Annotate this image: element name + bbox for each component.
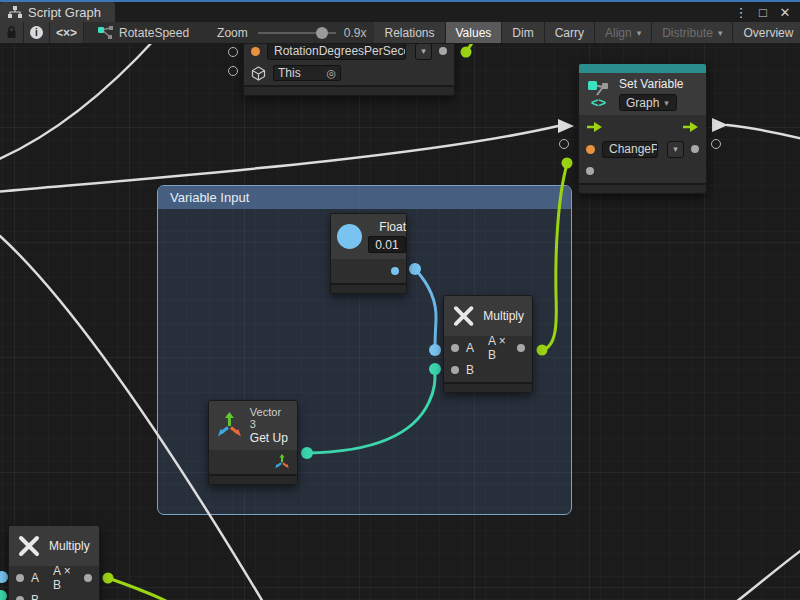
set-variable-output-port[interactable] (691, 145, 699, 153)
get-up-type-label: Vector 3 (250, 406, 290, 430)
set-variable-value-port[interactable] (586, 145, 595, 154)
multiply-inner-port-a[interactable] (451, 344, 459, 352)
graph-breadcrumb[interactable]: RotateSpeed (84, 22, 195, 43)
variable-name-dropdown[interactable]: RotationDegreesPerSecond (267, 43, 406, 60)
graph-name: RotateSpeed (119, 26, 189, 40)
multiply-outer-port-a[interactable] (16, 574, 24, 582)
variable-kind-dropdown[interactable]: Graph ▾ (619, 94, 677, 111)
multiply-inner-label-result: A × B (488, 334, 510, 362)
multiply-inner-footer (444, 382, 532, 392)
multiply-inner-port-result[interactable] (517, 344, 525, 352)
multiply-inner-row-b: B (451, 361, 525, 379)
node-float[interactable]: Float 0.01 (330, 213, 407, 294)
set-variable-input-row (586, 162, 699, 180)
wire-green-end-endpoint[interactable] (562, 158, 573, 169)
node-set-variable[interactable]: <> Set Variable Graph ▾ ChangePos ▾ (578, 63, 707, 194)
node-multiply-outer[interactable]: Multiply A A × B B (8, 525, 100, 600)
set-variable-input-port[interactable] (586, 167, 594, 175)
tab-script-graph[interactable]: Script Graph (0, 2, 115, 22)
wire-blue-edge-endpoint[interactable] (0, 571, 8, 583)
node-multiply-inner[interactable]: Multiply A A × B B (443, 295, 533, 393)
wire-green-top-endpoint[interactable] (461, 47, 472, 58)
multiply-outer-title: Multiply (49, 539, 90, 553)
svg-text:<>: <> (591, 95, 607, 109)
wire-arrowhead-out (712, 118, 728, 132)
wire-exec-into-set-variable[interactable] (0, 126, 558, 192)
set-variable-right-ring[interactable] (711, 139, 721, 149)
variable-output-port[interactable] (439, 47, 447, 55)
wire-exec-bottomright[interactable] (736, 549, 800, 600)
graph-toolbar: i <×> RotateSpeed Zoom 0.9x Relations Va… (0, 22, 800, 44)
multiply-inner-port-b[interactable] (451, 366, 459, 374)
wire-getup-to-multiply-b[interactable] (307, 369, 435, 453)
toolbar-button-values[interactable]: Values (446, 22, 503, 43)
set-variable-caret-icon[interactable]: ▾ (667, 141, 684, 158)
set-variable-header[interactable]: <> Set Variable Graph ▾ (579, 73, 706, 115)
multiply-outer-label-result: A × B (53, 564, 77, 592)
lock-icon (6, 26, 17, 39)
kind-caret-icon: ▾ (664, 98, 669, 108)
wire-green-start-endpoint[interactable] (537, 345, 548, 356)
toolbar-button-dim[interactable]: Dim (502, 22, 544, 43)
wire-teal-start-endpoint[interactable] (301, 447, 313, 459)
float-output-port[interactable] (391, 267, 399, 275)
wire-teal-end-endpoint[interactable] (429, 363, 441, 375)
inspect-button[interactable]: i (24, 22, 50, 43)
multiply-outer-port-b[interactable] (16, 596, 24, 600)
dropdown-caret-icon[interactable]: ▾ (415, 43, 432, 60)
get-up-header[interactable]: Vector 3 Get Up (209, 401, 297, 450)
tab-title: Script Graph (28, 5, 101, 20)
multiply-icon (452, 304, 475, 328)
wire-blue-start-endpoint[interactable] (409, 263, 421, 275)
vector3-output-port-icon[interactable] (274, 454, 290, 470)
multiply-inner-label-a: A (466, 341, 474, 355)
set-variable-footer (579, 183, 706, 193)
set-variable-accent-strip (579, 64, 706, 73)
multiply-outer-row-b: B (16, 591, 92, 600)
wire-teal-edge-endpoint[interactable] (0, 590, 7, 600)
zoom-slider[interactable] (252, 22, 342, 43)
object-picker-icon[interactable]: ◎ (326, 67, 336, 80)
maximize-icon[interactable]: □ (754, 3, 772, 21)
wire-exec-out-of-set-variable[interactable] (727, 125, 800, 139)
wire-green-bottom[interactable] (108, 578, 168, 600)
float-type-icon (337, 224, 362, 249)
close-icon[interactable]: ✕ (776, 3, 794, 21)
float-header[interactable]: Float 0.01 (331, 214, 406, 259)
set-variable-name-row: ChangePos ▾ (586, 140, 699, 158)
code-view-button[interactable]: <×> (50, 22, 84, 43)
exec-output-arrow-icon[interactable] (682, 121, 699, 133)
toolbar-button-overview[interactable]: Overview (733, 22, 800, 43)
code-icon: <×> (56, 26, 77, 40)
node-get-up[interactable]: Vector 3 Get Up (208, 400, 298, 485)
get-variable-input-ring-1[interactable] (228, 47, 238, 57)
float-value-field[interactable]: 0.01 (368, 236, 406, 253)
get-variable-input-ring-2[interactable] (228, 66, 238, 76)
set-variable-left-ring[interactable] (559, 139, 569, 149)
distribute-caret-icon: ▾ (718, 28, 723, 38)
toolbar-button-distribute[interactable]: Distribute▾ (652, 22, 733, 43)
toolbar-button-align[interactable]: Align▾ (595, 22, 652, 43)
set-variable-exec-row (586, 118, 699, 136)
multiply-inner-header[interactable]: Multiply (444, 296, 532, 336)
set-variable-name-dropdown[interactable]: ChangePos (602, 141, 658, 158)
zoom-slider-track[interactable] (258, 32, 336, 34)
variable-value-port[interactable] (251, 47, 260, 56)
wire-green-bottom-endpoint[interactable] (103, 573, 114, 584)
multiply-outer-header[interactable]: Multiply (9, 526, 99, 566)
target-object-field[interactable]: This ◎ (273, 65, 341, 81)
wire-exec-topleft[interactable] (0, 38, 156, 160)
wire-multiply-to-set-variable[interactable] (542, 164, 567, 350)
zoom-slider-handle[interactable] (316, 27, 328, 39)
menu-kebab-icon[interactable]: ⋮ (732, 3, 750, 21)
wire-blue-end-endpoint[interactable] (429, 344, 441, 356)
wire-float-to-multiply-a[interactable] (415, 269, 436, 350)
cube-icon (251, 66, 266, 81)
toolbar-button-carry[interactable]: Carry (545, 22, 595, 43)
align-caret-icon: ▾ (637, 28, 642, 38)
float-footer (331, 283, 406, 293)
multiply-outer-port-result[interactable] (84, 574, 92, 582)
lock-button[interactable] (0, 22, 24, 43)
exec-input-arrow-icon[interactable] (586, 121, 603, 133)
toolbar-button-relations[interactable]: Relations (374, 22, 445, 43)
